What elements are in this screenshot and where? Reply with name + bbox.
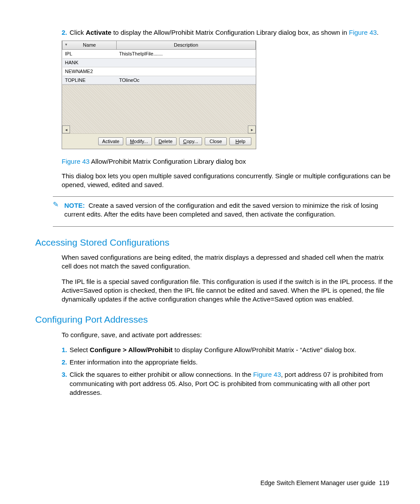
heading-accessing-stored: Accessing Stored Configurations bbox=[35, 236, 394, 249]
col-header-name-label: Name bbox=[83, 42, 96, 48]
conf-step-2: 2. Enter information into the appropriat… bbox=[62, 358, 394, 367]
table-row[interactable]: TOPLINETOlineOc bbox=[63, 76, 256, 85]
help-label: elp bbox=[239, 139, 246, 144]
dialog-screenshot: ▾Name Description IPLThisIsTheIplFile...… bbox=[62, 40, 256, 149]
dialog-button-bar: Activate Modify... Delete Copy... Close … bbox=[62, 133, 256, 149]
help-mnemonic: H bbox=[236, 139, 239, 144]
cell-desc: ThisIsTheIplFile....... bbox=[117, 50, 256, 59]
scroll-right-icon[interactable]: ▸ bbox=[248, 125, 256, 133]
note-icon: ✎ bbox=[53, 201, 62, 219]
conf-step-1: 1. Select Configure > Allow/Prohibit to … bbox=[62, 346, 394, 354]
figure-caption-label: Figure 43 bbox=[62, 158, 89, 165]
delete-mnemonic: D bbox=[158, 139, 162, 144]
conf-s1-bold: Configure > Allow/Prohibit bbox=[90, 346, 173, 353]
step-2: 2. Click Activate to display the Allow/P… bbox=[62, 28, 394, 37]
figure-caption: Figure 43 Allow/Prohibit Matrix Configur… bbox=[62, 157, 394, 166]
cell-desc: TOlineOc bbox=[117, 76, 256, 85]
step-2-number: 2. bbox=[62, 28, 70, 37]
access-p1: When saved configurations are being edit… bbox=[62, 253, 394, 271]
page-footer: Edge Switch Element Manager user guide 1… bbox=[260, 479, 389, 486]
conf-step-1-number: 1. bbox=[62, 346, 70, 354]
cell-desc bbox=[117, 67, 256, 76]
table-row[interactable]: IPLThisIsTheIplFile....... bbox=[63, 50, 256, 59]
footer-page-number: 119 bbox=[379, 479, 389, 486]
modify-button[interactable]: Modify... bbox=[126, 137, 152, 145]
close-button[interactable]: Close bbox=[205, 137, 227, 145]
figure-43-link[interactable]: Figure 43 bbox=[349, 29, 376, 36]
step-2-post: to display the Allow/Prohibit Matrix Con… bbox=[111, 29, 349, 36]
delete-label: elete bbox=[162, 139, 173, 144]
copy-label: opy... bbox=[187, 139, 198, 144]
conf-intro: To configure, save, and activate port ad… bbox=[62, 331, 394, 339]
activate-label: Activate bbox=[102, 139, 119, 144]
conf-step-3: 3. Click the squares to either prohibit … bbox=[62, 370, 394, 397]
conf-step-2-number: 2. bbox=[62, 358, 70, 367]
caption-paragraph: This dialog box lets you open multiple s… bbox=[62, 172, 394, 190]
scroll-left-icon[interactable]: ◂ bbox=[62, 125, 70, 133]
conf-step-2-text: Enter information into the appropriate f… bbox=[70, 358, 394, 367]
cell-name: HANK bbox=[63, 58, 117, 67]
conf-s1-post: to display Configure Allow/Prohibit Matr… bbox=[173, 346, 356, 353]
col-header-name[interactable]: ▾Name bbox=[63, 41, 117, 50]
copy-mnemonic: C bbox=[183, 139, 187, 144]
conf-step-3-text: Click the squares to either prohibit or … bbox=[70, 370, 394, 397]
modify-label: odify... bbox=[134, 139, 148, 144]
conf-s3-pre: Click the squares to either prohibit or … bbox=[70, 371, 253, 378]
conf-s1-pre: Select bbox=[70, 346, 90, 353]
note-rule-top bbox=[53, 196, 394, 197]
access-p2: The IPL file is a special saved configur… bbox=[62, 277, 394, 304]
step-2-text: Click Activate to display the Allow/Proh… bbox=[70, 28, 394, 37]
col-header-description[interactable]: Description bbox=[117, 41, 256, 50]
col-header-desc-label: Description bbox=[174, 42, 198, 48]
cell-name: NEWNAME2 bbox=[63, 67, 117, 76]
cell-name: IPL bbox=[63, 50, 117, 59]
modify-mnemonic: M bbox=[130, 139, 134, 144]
cell-name: TOPLINE bbox=[63, 76, 117, 85]
step-2-pre: Click bbox=[70, 29, 86, 36]
cell-desc bbox=[117, 58, 256, 67]
note-label: NOTE: bbox=[64, 202, 85, 209]
note-text: NOTE: Create a saved version of the conf… bbox=[64, 201, 394, 219]
conf-step-1-text: Select Configure > Allow/Prohibit to dis… bbox=[70, 346, 394, 354]
table-row[interactable]: NEWNAME2 bbox=[63, 67, 256, 76]
delete-button[interactable]: Delete bbox=[155, 137, 177, 145]
footer-text: Edge Switch Element Manager user guide bbox=[260, 479, 375, 486]
conf-step-3-number: 3. bbox=[62, 370, 70, 397]
sort-arrow-icon: ▾ bbox=[65, 42, 67, 47]
figure-43-link-2[interactable]: Figure 43 bbox=[253, 371, 281, 378]
note-rule-bottom bbox=[53, 226, 394, 227]
note-body: Create a saved version of the configurat… bbox=[64, 202, 378, 218]
copy-button[interactable]: Copy... bbox=[179, 137, 202, 145]
activate-button[interactable]: Activate bbox=[98, 137, 123, 145]
figure-caption-text: Allow/Prohibit Matrix Configuration Libr… bbox=[89, 158, 246, 165]
step-2-bold: Activate bbox=[86, 29, 111, 36]
help-button[interactable]: Help bbox=[229, 137, 251, 145]
table-empty-area: ◂ ▸ bbox=[62, 85, 256, 133]
config-table: ▾Name Description IPLThisIsTheIplFile...… bbox=[62, 40, 256, 85]
note-block: ✎ NOTE: Create a saved version of the co… bbox=[53, 201, 394, 219]
close-label: Close bbox=[210, 139, 222, 144]
table-row[interactable]: HANK bbox=[63, 58, 256, 67]
heading-configuring-port: Configuring Port Addresses bbox=[35, 313, 394, 326]
step-2-end: . bbox=[377, 29, 379, 36]
